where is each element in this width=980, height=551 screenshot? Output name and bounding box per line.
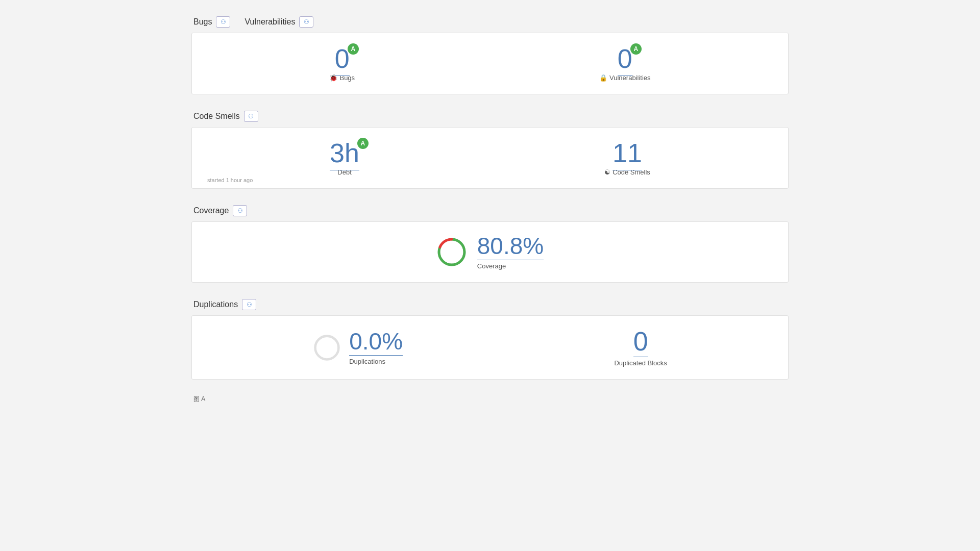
duplications-link-button[interactable]: ⚇ [242,299,256,310]
bugs-vulnerabilities-metrics: 0 A 🐞 Bugs 0 A 🔒 Vuln [207,45,773,82]
dup-circle [313,334,341,362]
bugs-vulnerabilities-section: Bugs ⚇ Vulnerabilities ⚇ 0 A 🐞 Bu [191,10,789,94]
duplications-metrics: 0.0% Duplications 0 Duplicated Blocks [207,328,773,367]
bugs-vulnerabilities-card: 0 A 🐞 Bugs 0 A 🔒 Vuln [191,33,789,94]
code-smells-value: 11 [612,138,642,170]
duplications-card: 0.0% Duplications 0 Duplicated Blocks [191,315,789,380]
footer-label: 图 A [193,395,205,403]
coverage-link-button[interactable]: ⚇ [233,205,247,216]
debt-metric: 3h A Debt [330,140,359,176]
coverage-header: Coverage ⚇ [191,199,789,221]
bugs-metric: 0 A 🐞 Bugs [329,45,355,82]
link-icon: ⚇ [247,301,252,308]
dup-blocks-value: 0 [633,328,648,357]
link-icon: ⚇ [248,113,254,120]
link-icon: ⚇ [237,207,243,214]
code-smells-link-button[interactable]: ⚇ [244,111,258,122]
bugs-badge: A [348,43,359,55]
duplications-header: Duplications ⚇ [191,293,789,315]
bugs-link-button[interactable]: ⚇ [216,16,230,28]
coverage-metrics: 80.8% Coverage [207,234,773,270]
dup-percent-label: Duplications [349,358,385,365]
code-smells-section: Code Smells ⚇ 3h A Debt [191,105,789,189]
link-icon: ⚇ [220,18,226,26]
bugs-vulnerabilities-header: Bugs ⚇ Vulnerabilities ⚇ [191,10,789,33]
vulnerabilities-link-button[interactable]: ⚇ [299,16,313,28]
code-smells-metrics: 3h A Debt 11 ☯ Code Smells [207,140,773,176]
link-icon: ⚇ [304,18,309,26]
smell-icon: ☯ [604,168,610,176]
bugs-title: Bugs [193,17,212,27]
code-smells-card: 3h A Debt 11 ☯ Code Smells [191,127,789,189]
page-footer: 图 A [191,390,789,409]
coverage-circle [436,237,467,267]
coverage-value-container: 80.8% Coverage [477,234,544,270]
svg-point-3 [315,336,339,359]
debt-value: 3h [330,138,359,170]
vulnerabilities-metric: 0 A 🔒 Vulnerabilities [599,45,650,82]
started-text: started 1 hour ago [207,177,253,183]
coverage-value: 80.8% [477,234,544,260]
page-wrapper: Bugs ⚇ Vulnerabilities ⚇ 0 A 🐞 Bu [186,0,794,429]
dup-blocks-metric: 0 Duplicated Blocks [614,328,667,367]
duplications-title: Duplications [193,300,238,309]
coverage-label: Coverage [477,262,506,270]
vulnerabilities-title: Vulnerabilities [244,17,295,27]
code-smells-metric: 11 ☯ Code Smells [604,140,650,176]
coverage-card: 80.8% Coverage [191,221,789,283]
code-smells-header: Code Smells ⚇ [191,105,789,127]
debt-badge: A [357,138,369,149]
coverage-title: Coverage [193,206,229,215]
code-smells-title: Code Smells [193,112,240,121]
dup-blocks-label: Duplicated Blocks [614,359,667,367]
dup-percent-value: 0.0% [349,330,403,356]
dup-percent-container: 0.0% Duplications [313,330,403,365]
lock-icon: 🔒 [599,74,607,82]
vulnerabilities-badge: A [630,43,642,55]
duplications-section: Duplications ⚇ 0.0% [191,293,789,380]
dup-percent-value-container: 0.0% Duplications [349,330,403,365]
coverage-section: Coverage ⚇ 80.8% Coverage [191,199,789,283]
